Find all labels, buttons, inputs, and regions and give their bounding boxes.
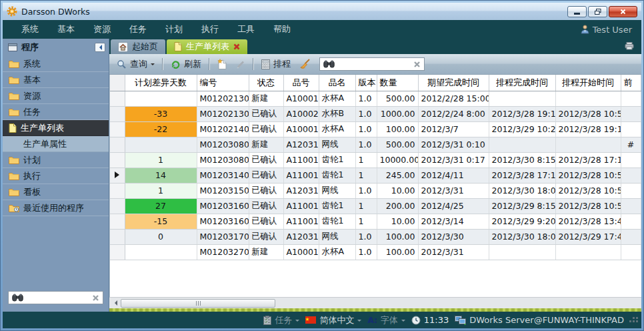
cell[interactable] xyxy=(621,229,641,244)
sidebar-item[interactable]: 系统 xyxy=(3,56,109,72)
cell[interactable]: 2012/3/28 19:10 xyxy=(489,106,555,121)
cell[interactable]: 2012/2/28 15:00 xyxy=(418,91,489,106)
sidebar-item[interactable]: 基本 xyxy=(3,72,109,88)
cell[interactable]: 1.0 xyxy=(355,106,377,121)
cell[interactable]: -33 xyxy=(125,106,197,121)
sidebar-collapse-button[interactable] xyxy=(95,43,105,52)
cell[interactable]: 齿轮1 xyxy=(319,198,355,214)
cell[interactable]: 齿轮1 xyxy=(319,214,355,229)
cell[interactable]: 2012/2/24 8:00 xyxy=(418,106,489,121)
cell[interactable]: M012031501 xyxy=(197,183,249,198)
toolbar-search-input[interactable] xyxy=(338,59,410,69)
cell[interactable]: 1.0 xyxy=(355,244,377,260)
cell[interactable] xyxy=(489,244,555,260)
column-header[interactable]: 品号 xyxy=(283,75,319,91)
cell[interactable]: A10001 xyxy=(283,121,319,137)
cell[interactable]: 已确认 xyxy=(249,183,283,198)
cell[interactable]: 100.00 xyxy=(377,229,418,244)
cell[interactable]: M012031602 xyxy=(197,214,249,229)
resize-grip[interactable] xyxy=(633,317,635,319)
cell[interactable] xyxy=(555,137,621,152)
cell[interactable]: M012021301 xyxy=(197,91,249,106)
cell[interactable]: 2012/3/31 0:10 xyxy=(418,137,489,152)
cell[interactable] xyxy=(489,91,555,106)
cell[interactable]: M012031402 xyxy=(197,168,249,183)
column-header[interactable]: 品名 xyxy=(319,75,355,91)
cell[interactable]: 网线 xyxy=(319,229,355,244)
sidebar-item[interactable]: 任务 xyxy=(3,104,109,120)
table-row[interactable]: 1M012031501已确认A12031网线1.010.002012/3/312… xyxy=(110,183,641,198)
cell[interactable]: M012030801 xyxy=(197,137,249,152)
row-selector[interactable] xyxy=(110,152,125,168)
cell[interactable]: 2012/3/29 8:15 xyxy=(489,198,555,214)
sidebar-item[interactable]: 生产单属性 xyxy=(3,136,109,152)
cell[interactable] xyxy=(621,183,641,198)
cell[interactable]: 2012/3/31 xyxy=(418,183,489,198)
cell[interactable]: 1.0 xyxy=(355,137,377,152)
cell[interactable]: 已确认 xyxy=(249,229,283,244)
tab-起始页[interactable]: 起始页 xyxy=(111,39,165,54)
row-selector[interactable] xyxy=(110,106,125,121)
cell[interactable]: 2012/3/29 10:20 xyxy=(489,121,555,137)
cell[interactable]: 已确认 xyxy=(249,214,283,229)
row-selector[interactable] xyxy=(110,91,125,106)
clean-button[interactable] xyxy=(296,57,314,71)
table-row[interactable]: -22M012021401已确认A10001水杯A1.0100.002012/3… xyxy=(110,121,641,137)
cell[interactable]: 2012/3/29 17:46 xyxy=(555,229,621,244)
cell[interactable]: 网线 xyxy=(319,137,355,152)
scroll-left-button[interactable] xyxy=(110,298,121,308)
cell[interactable]: A11001 xyxy=(283,168,319,183)
cell[interactable]: 已确认 xyxy=(249,152,283,168)
sidebar-search-box[interactable] xyxy=(8,291,103,304)
cell[interactable]: 14 xyxy=(125,168,197,183)
cell[interactable]: M012031601 xyxy=(197,198,249,214)
server-connection[interactable]: DWorks Server@FUNWAY-THINKPAD xyxy=(455,315,624,325)
sidebar-item[interactable]: 计划 xyxy=(3,152,109,168)
row-selector[interactable] xyxy=(110,183,125,198)
cell[interactable]: 2012/3/30 8:15 xyxy=(489,152,555,168)
menu-item[interactable]: 帮助 xyxy=(264,20,300,39)
table-row[interactable]: M012030801新建A12031网线1.0500.002012/3/31 0… xyxy=(110,137,641,152)
cell[interactable]: 水杯A xyxy=(319,121,355,137)
menu-item[interactable]: 任务 xyxy=(120,20,156,39)
cell[interactable]: 齿轮1 xyxy=(319,152,355,168)
cell[interactable]: 500.00 xyxy=(377,137,418,152)
cell[interactable]: -22 xyxy=(125,121,197,137)
cell[interactable] xyxy=(125,137,197,152)
row-selector[interactable] xyxy=(110,214,125,229)
font-selector[interactable]: A: 字体 xyxy=(367,314,405,326)
cell[interactable]: 2012/3/30 xyxy=(418,229,489,244)
menu-item[interactable]: 系统 xyxy=(12,20,48,39)
cell[interactable]: 水杯B xyxy=(319,106,355,121)
cell[interactable]: A12031 xyxy=(283,183,319,198)
row-selector[interactable] xyxy=(110,198,125,214)
scrollbar-thumb[interactable] xyxy=(121,299,275,308)
column-header[interactable]: 排程开始时间 xyxy=(555,75,621,91)
cell[interactable] xyxy=(621,91,641,106)
cell[interactable]: M012021401 xyxy=(197,121,249,137)
cell[interactable] xyxy=(489,137,555,152)
cell[interactable]: 10.00 xyxy=(377,183,418,198)
menu-item[interactable]: 计划 xyxy=(156,20,192,39)
sidebar-item[interactable]: 最近使用的程序 xyxy=(3,200,109,216)
tab-close-icon[interactable] xyxy=(233,43,240,50)
sidebar-item[interactable]: 看板 xyxy=(3,184,109,200)
cell[interactable]: 2012/3/28 19:10 xyxy=(555,121,621,137)
language-selector[interactable]: 简体中文 xyxy=(305,314,361,326)
cell[interactable]: A12031 xyxy=(283,137,319,152)
column-header-clipped[interactable]: 前 xyxy=(621,75,641,91)
cell[interactable]: 新建 xyxy=(249,91,283,106)
table-row[interactable]: M012021301新建A10001水杯A1.0500.002012/2/28 … xyxy=(110,91,641,106)
cell[interactable]: 2012/3/31 0:17 xyxy=(418,152,489,168)
cell[interactable] xyxy=(621,244,641,260)
user-box[interactable]: Test User xyxy=(581,25,636,35)
refresh-button[interactable]: 刷新 xyxy=(167,57,205,71)
cell[interactable]: A12031 xyxy=(283,229,319,244)
cell[interactable]: 1 xyxy=(125,152,197,168)
cell[interactable]: 27 xyxy=(125,198,197,214)
row-selector[interactable] xyxy=(110,244,125,260)
cell[interactable]: 500.00 xyxy=(377,91,418,106)
schedule-button[interactable]: 排程 xyxy=(258,57,294,71)
column-header[interactable]: 状态 xyxy=(249,75,283,91)
cell[interactable]: -15 xyxy=(125,214,197,229)
